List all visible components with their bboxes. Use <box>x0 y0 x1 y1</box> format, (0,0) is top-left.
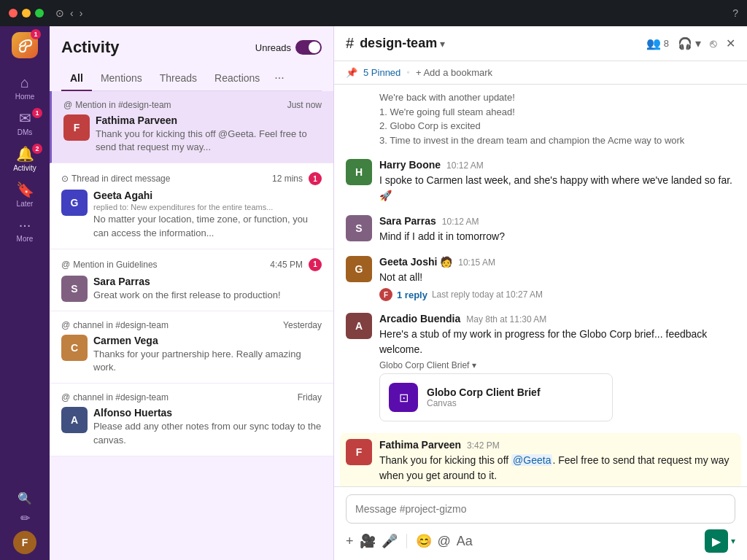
forward-button[interactable]: › <box>80 7 83 19</box>
activity-source-text: Mention in #design-team <box>75 100 171 110</box>
sidebar-item-more[interactable]: ··· More <box>0 212 50 247</box>
help-button[interactable]: ? <box>732 7 738 19</box>
activity-item[interactable]: @ Mention in Guidelines 4:45 PM 1 S Sara… <box>50 249 333 311</box>
activity-source-text: Thread in direct message <box>71 174 170 184</box>
reply-avatar: F <box>379 288 392 301</box>
message-header: Geeta Joshi 🧑 10:15 AM <box>379 256 735 268</box>
toolbar-divider <box>406 534 407 548</box>
people-icon: 👥 <box>646 36 661 50</box>
channel-icon: @ <box>61 392 70 402</box>
message-avatar: A <box>346 313 372 339</box>
compose-icon[interactable]: ✏ <box>20 511 30 525</box>
share-icon: ⎋ <box>710 37 717 50</box>
back-button[interactable]: ‹ <box>70 7 74 19</box>
more-icon: ··· <box>19 217 31 233</box>
activity-item-header: @ Mention in #design-team Just now <box>63 100 322 110</box>
message-body: Sara Parras 10:12 AM Mind if I add it in… <box>379 215 735 244</box>
message-sender: Harry Boone <box>379 159 441 171</box>
message: A Arcadio Buendia May 8th at 11:30 AM He… <box>346 313 735 421</box>
activity-source: @ channel in #design-team <box>61 320 169 330</box>
activity-title: Activity <box>61 38 119 57</box>
close-button[interactable] <box>9 9 18 18</box>
send-button-area: ▶ ▾ <box>705 529 735 553</box>
messages-area: We're back with another update! 1. We're… <box>334 85 747 486</box>
unreads-label: Unreads <box>255 42 291 53</box>
activity-avatar: G <box>61 190 88 216</box>
sidebar-item-dms[interactable]: ✉ DMs 1 <box>0 105 50 141</box>
add-bookmark-label: Add a bookmark <box>423 67 492 78</box>
sidebar-item-home[interactable]: ⌂ Home <box>0 70 50 105</box>
close-button[interactable]: ✕ <box>726 36 735 50</box>
mention-icon[interactable]: @ <box>438 534 451 549</box>
activity-source-text: channel in #design-team <box>73 320 169 330</box>
activity-header: Activity Unreads All Mentions Threads Re… <box>50 26 333 91</box>
window-controls <box>9 9 44 18</box>
activity-sender: Fathima Parveen <box>96 114 322 126</box>
emoji-icon[interactable]: 😊 <box>416 533 432 549</box>
tab-threads[interactable]: Threads <box>151 66 206 91</box>
activity-badge: 1 <box>309 172 322 185</box>
activity-content: Geeta Agahi replied to: New expenditures… <box>93 190 322 239</box>
huddle-button[interactable]: 🎧 ▾ <box>678 36 701 50</box>
time-text: 4:45 PM <box>270 260 303 270</box>
sidebar-item-activity[interactable]: 🔔 Activity 2 <box>0 141 50 176</box>
member-count: 8 <box>664 38 669 49</box>
message-time: 10:12 AM <box>442 217 479 227</box>
tab-more[interactable]: ··· <box>268 66 290 90</box>
activity-title-row: Activity Unreads <box>61 38 322 57</box>
pinned-count[interactable]: 5 Pinned <box>363 67 400 78</box>
unreads-toggle[interactable]: Unreads <box>255 40 322 55</box>
microphone-icon[interactable]: 🎤 <box>382 533 398 549</box>
activity-sender: Carmen Vega <box>93 335 322 346</box>
close-icon: ✕ <box>726 36 735 50</box>
format-icon[interactable]: Aa <box>457 534 473 549</box>
system-message: We're back with another update! 1. We're… <box>346 90 735 147</box>
sidebar-item-later[interactable]: 🔖 Later <box>0 176 50 212</box>
message-header: Arcadio Buendia May 8th at 11:30 AM <box>379 313 735 324</box>
activity-sender: Sara Parras <box>93 276 322 287</box>
chevron-down-icon[interactable]: ▾ <box>440 38 445 50</box>
activity-text: Please add any other notes from our sync… <box>93 420 322 446</box>
file-attachment-card[interactable]: ⊡ Globo Corp Client Brief Canvas <box>379 373 613 421</box>
message-text-before: Thank you for kicking this off <box>379 454 511 466</box>
reply-time: Last reply today at 10:27 AM <box>432 289 543 300</box>
message-body: Arcadio Buendia May 8th at 11:30 AM Here… <box>379 313 735 421</box>
app-logo[interactable]: 1 <box>12 32 38 58</box>
message-body: Geeta Joshi 🧑 10:15 AM Not at all! F 1 r… <box>379 256 735 301</box>
reply-thread[interactable]: F 1 reply Last reply today at 10:27 AM <box>379 288 735 301</box>
plus-icon[interactable]: + <box>346 534 354 549</box>
pin-icon: 📌 <box>346 67 357 78</box>
channel-icon: @ <box>61 320 70 330</box>
message-input-box <box>346 494 735 524</box>
tab-mentions[interactable]: Mentions <box>92 66 151 91</box>
activity-panel: Activity Unreads All Mentions Threads Re… <box>50 26 334 560</box>
maximize-button[interactable] <box>35 9 44 18</box>
video-icon[interactable]: 🎥 <box>360 533 376 549</box>
at-icon: @ <box>61 260 70 270</box>
message-avatar: F <box>346 439 372 465</box>
message-input[interactable] <box>355 503 726 515</box>
minimize-button[interactable] <box>22 9 31 18</box>
message-text: Here's a stub of my work in progress for… <box>379 327 735 357</box>
message-time: 3:42 PM <box>467 440 500 451</box>
activity-item[interactable]: @ Mention in #design-team Just now F Fat… <box>50 91 333 163</box>
add-bookmark[interactable]: + Add a bookmark <box>416 67 492 78</box>
activity-item[interactable]: @ channel in #design-team Yesterday C Ca… <box>50 311 333 384</box>
search-icon[interactable]: 🔍 <box>18 491 32 505</box>
send-dropdown[interactable]: ▾ <box>731 536 735 546</box>
chat-header: # design-team ▾ 👥 8 🎧 ▾ ⎋ ✕ <box>334 26 747 61</box>
activity-item[interactable]: @ channel in #design-team Friday A Alfon… <box>50 384 333 456</box>
activity-sender: Geeta Agahi <box>93 190 322 201</box>
message-header: Fathima Parveen 3:42 PM <box>379 439 735 451</box>
sidebar-label-activity: Activity <box>13 164 36 172</box>
nav-controls: ⊙ ‹ › <box>55 7 82 19</box>
tab-all[interactable]: All <box>61 66 92 91</box>
send-button[interactable]: ▶ <box>705 529 728 553</box>
activity-item[interactable]: ⊙ Thread in direct message 12 mins 1 G G… <box>50 163 333 249</box>
members-button[interactable]: 👥 8 <box>646 36 669 50</box>
tab-reactions[interactable]: Reactions <box>206 66 268 91</box>
unreads-switch[interactable] <box>295 40 322 55</box>
user-avatar[interactable]: F <box>13 531 36 554</box>
message-sender: Sara Parras <box>379 215 436 227</box>
share-button[interactable]: ⎋ <box>710 37 717 50</box>
